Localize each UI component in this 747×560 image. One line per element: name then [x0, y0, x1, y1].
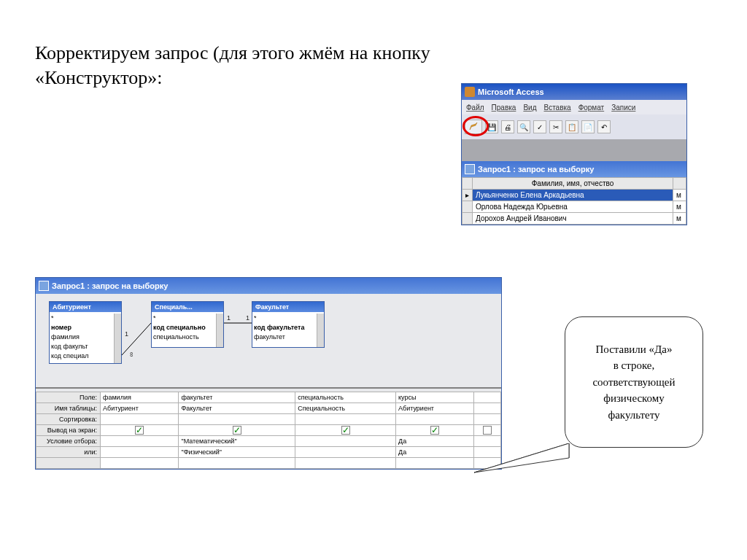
field-item[interactable]: код специально	[153, 323, 222, 332]
paste-button[interactable]: 📄	[581, 120, 595, 133]
grid-cell[interactable]	[295, 414, 396, 425]
datasheet-title: Запрос1 : запрос на выборку	[478, 165, 594, 174]
field-item[interactable]: *	[153, 314, 222, 323]
grid-cell[interactable]: Да	[396, 447, 474, 458]
query-window-icon	[39, 281, 49, 291]
print-button[interactable]: 🖨	[501, 120, 514, 133]
menu-file[interactable]: Файл	[466, 104, 484, 112]
field-item[interactable]: факультет	[254, 332, 322, 342]
row-marker[interactable]	[462, 213, 473, 225]
col-header-next[interactable]	[673, 178, 686, 190]
grid-cell[interactable]: Специальность	[295, 403, 396, 414]
grid-label-or: или:	[36, 447, 101, 458]
field-list-title[interactable]: Абитуриент	[50, 302, 121, 312]
show-checkbox[interactable]: ✓	[101, 425, 179, 436]
grid-cell[interactable]	[101, 458, 179, 469]
grid-cell[interactable]	[396, 458, 474, 469]
menu-insert[interactable]: Вставка	[543, 104, 570, 112]
grid-cell[interactable]: "Физический"	[179, 447, 295, 458]
menu-edit[interactable]: Правка	[492, 104, 516, 112]
field-item[interactable]: код факультета	[254, 323, 322, 332]
grid-cell[interactable]: Да	[396, 436, 474, 447]
grid-cell[interactable]	[295, 458, 396, 469]
cell[interactable]: Орлова Надежда Юрьевна	[473, 201, 673, 213]
grid-label-field: Поле:	[36, 392, 101, 403]
cell-selected[interactable]: Лукьянченко Елена Аркадьевна	[473, 190, 673, 201]
menu-records[interactable]: Записи	[611, 104, 635, 112]
undo-button[interactable]: ↶	[597, 120, 611, 133]
menu-view[interactable]: Вид	[523, 104, 536, 112]
field-item[interactable]: *	[254, 314, 322, 323]
cut-button[interactable]: ✂	[549, 120, 562, 133]
field-item[interactable]: код специал	[51, 351, 120, 361]
grid-cell[interactable]	[101, 447, 179, 458]
show-checkbox[interactable]: ✓	[474, 425, 501, 436]
field-item[interactable]: *	[51, 314, 120, 323]
menu-format[interactable]: Формат	[578, 104, 605, 112]
show-checkbox[interactable]: ✓	[179, 425, 295, 436]
svg-line-0	[122, 323, 151, 355]
scrollbar[interactable]	[114, 314, 121, 363]
show-checkbox[interactable]: ✓	[396, 425, 474, 436]
col-header-fio[interactable]: Фамилия, имя, отчество	[473, 178, 673, 190]
grid-cell[interactable]	[295, 447, 396, 458]
grid-cell[interactable]: фамилия	[101, 392, 179, 403]
table-row[interactable]: ▸ Лукьянченко Елена Аркадьевна м	[462, 190, 686, 201]
grid-cell[interactable]	[295, 436, 396, 447]
field-list-specialty[interactable]: Специаль... * код специально специальнос…	[151, 301, 224, 348]
callout-pointer-icon	[474, 443, 584, 480]
table-row[interactable]: Дорохов Андрей Иванович м	[462, 213, 686, 225]
grid-label-criteria: Условие отбора:	[36, 436, 101, 447]
field-item[interactable]: специальность	[153, 332, 222, 342]
design-view-button[interactable]	[465, 120, 482, 134]
scrollbar[interactable]	[317, 314, 324, 347]
grid-cell[interactable]: Абитуриент	[396, 403, 474, 414]
qbe-grid-pane: Поле: фамилия факультет специальность ку…	[36, 389, 501, 469]
field-list-abiturient[interactable]: Абитуриент * номер фамилия код факульт к…	[49, 301, 122, 364]
cell[interactable]: м	[673, 213, 686, 225]
grid-cell[interactable]: "Математический"	[179, 436, 295, 447]
row-marker-current[interactable]: ▸	[462, 190, 473, 201]
field-list-title[interactable]: Специаль...	[152, 302, 223, 312]
field-list-faculty[interactable]: Факультет * код факультета факультет	[252, 301, 325, 348]
grid-label-sort: Сортировка:	[36, 414, 101, 425]
row-marker[interactable]	[462, 201, 473, 213]
grid-cell[interactable]: Факультет	[179, 403, 295, 414]
grid-cell[interactable]: специальность	[295, 392, 396, 403]
datasheet-table[interactable]: Фамилия, имя, отчество ▸ Лукьянченко Еле…	[462, 177, 686, 225]
datasheet-titlebar: Запрос1 : запрос на выборку	[462, 161, 686, 177]
toolbar: 💾 🖨 🔍 ✓ ✂ 📋 📄 ↶	[462, 114, 686, 139]
table-pane[interactable]: Абитуриент * номер фамилия код факульт к…	[36, 294, 501, 389]
cell[interactable]: Дорохов Андрей Иванович	[473, 213, 673, 225]
copy-button[interactable]: 📋	[565, 120, 578, 133]
scrollbar[interactable]	[216, 314, 223, 347]
qbe-grid[interactable]: Поле: фамилия факультет специальность ку…	[36, 392, 501, 469]
preview-button[interactable]: 🔍	[517, 120, 530, 133]
grid-cell[interactable]	[474, 414, 501, 425]
grid-cell[interactable]: Абитуриент	[101, 403, 179, 414]
grid-cell[interactable]	[179, 458, 295, 469]
field-list-title[interactable]: Факультет	[252, 302, 324, 312]
grid-cell[interactable]: факультет	[179, 392, 295, 403]
save-button[interactable]: 💾	[485, 120, 498, 133]
field-item[interactable]: фамилия	[51, 332, 120, 342]
table-row[interactable]: Орлова Надежда Юрьевна м	[462, 201, 686, 213]
grid-cell[interactable]: курсы	[396, 392, 474, 403]
menu-bar[interactable]: Файл Правка Вид Вставка Формат Записи	[462, 100, 686, 114]
query-datasheet-window: Запрос1 : запрос на выборку Фамилия, имя…	[462, 161, 686, 225]
grid-cell[interactable]	[474, 392, 501, 403]
cell[interactable]: м	[673, 201, 686, 213]
app-titlebar: Microsoft Access	[462, 84, 686, 100]
grid-cell[interactable]	[396, 414, 474, 425]
grid-cell[interactable]	[474, 403, 501, 414]
field-item[interactable]: номер	[51, 323, 120, 332]
grid-cell[interactable]	[101, 414, 179, 425]
relation-label-1: 1	[246, 314, 249, 322]
grid-cell[interactable]	[179, 414, 295, 425]
show-checkbox[interactable]: ✓	[295, 425, 396, 436]
cell[interactable]: м	[673, 190, 686, 201]
grid-cell[interactable]	[101, 436, 179, 447]
row-selector-header	[462, 178, 473, 190]
field-item[interactable]: код факульт	[51, 342, 120, 351]
spell-button[interactable]: ✓	[533, 120, 546, 133]
